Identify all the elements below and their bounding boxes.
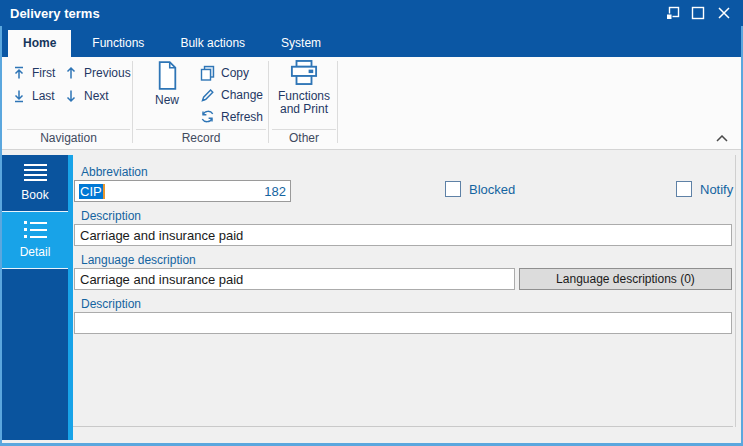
checkbox-box-icon	[676, 181, 692, 197]
window-title: Delivery terms	[0, 6, 100, 21]
record-counter: 182	[264, 184, 286, 199]
description-label: Description	[81, 209, 141, 223]
language-description-input[interactable]	[74, 268, 515, 290]
arrow-up-bar-icon	[12, 66, 26, 80]
blocked-checkbox[interactable]: Blocked	[445, 181, 515, 197]
tab-home[interactable]: Home	[8, 30, 71, 57]
copy-icon	[200, 65, 215, 81]
last-button[interactable]: Last	[12, 86, 55, 105]
new-button[interactable]: New	[144, 61, 190, 107]
abbreviation-field[interactable]: CIP 182	[74, 180, 291, 202]
copy-button[interactable]: Copy	[200, 63, 249, 82]
refresh-button[interactable]: Refresh	[200, 107, 263, 126]
ribbon-tabbar: Home Functions Bulk actions System	[0, 26, 743, 57]
previous-button[interactable]: Previous	[64, 63, 131, 82]
sidebar: Book Detail	[2, 155, 68, 440]
refresh-icon	[200, 109, 215, 124]
functions-and-print-button[interactable]: Functions and Print	[273, 59, 335, 116]
record-group-caption: Record	[136, 129, 266, 147]
tab-functions[interactable]: Functions	[77, 30, 159, 57]
description-input[interactable]	[74, 224, 732, 246]
new-label: New	[155, 94, 179, 107]
new-document-icon	[156, 61, 179, 90]
navigation-group-caption: Navigation	[7, 129, 130, 147]
other-group-caption: Other	[272, 129, 336, 147]
sidebar-item-book[interactable]: Book	[2, 155, 68, 212]
group-separator	[132, 61, 133, 143]
text-caret	[103, 184, 105, 199]
arrow-down-icon	[64, 89, 78, 103]
change-label: Change	[221, 88, 263, 102]
window-controls	[659, 0, 743, 26]
change-button[interactable]: Change	[200, 85, 263, 104]
checkbox-box-icon	[445, 181, 461, 197]
menu-icon	[24, 164, 47, 181]
group-separator	[268, 61, 269, 143]
abbreviation-label: Abbreviation	[81, 165, 148, 179]
notify-checkbox[interactable]: Notify	[676, 181, 733, 197]
maximize-icon[interactable]	[685, 0, 711, 26]
tab-system[interactable]: System	[266, 30, 336, 57]
delivery-terms-window: Delivery terms Home Functions Bulk actio…	[0, 0, 743, 446]
description2-input[interactable]	[74, 312, 732, 334]
language-descriptions-button[interactable]: Language descriptions (0)	[519, 268, 732, 290]
functions-and-print-label: Functions and Print	[273, 90, 335, 116]
printer-icon	[289, 59, 319, 86]
notify-label: Notify	[700, 182, 733, 197]
arrow-down-bar-icon	[12, 89, 26, 103]
last-label: Last	[32, 89, 55, 103]
collapse-ribbon-button[interactable]	[713, 131, 731, 145]
group-separator	[337, 61, 338, 143]
chevron-up-icon	[716, 135, 728, 142]
first-label: First	[32, 66, 55, 80]
titlebar: Delivery terms	[0, 0, 743, 26]
window-border	[0, 26, 2, 446]
sidebar-item-label: Detail	[20, 245, 51, 259]
restore-window-icon[interactable]	[659, 0, 685, 26]
previous-label: Previous	[84, 66, 131, 80]
blocked-label: Blocked	[469, 182, 515, 197]
next-label: Next	[84, 89, 109, 103]
detail-list-icon	[24, 221, 47, 238]
form-right-divider	[735, 155, 736, 427]
tab-bulk-actions[interactable]: Bulk actions	[165, 30, 260, 57]
ribbon: First Previous Last Next Navigation New …	[2, 57, 741, 150]
language-description-label: Language description	[81, 253, 196, 267]
sidebar-item-detail[interactable]: Detail	[2, 212, 68, 269]
pencil-icon	[200, 87, 215, 102]
copy-label: Copy	[221, 66, 249, 80]
arrow-up-icon	[64, 66, 78, 80]
close-icon[interactable]	[711, 0, 737, 26]
form-area: Abbreviation CIP 182 Blocked Notify Desc…	[73, 155, 733, 427]
first-button[interactable]: First	[12, 63, 55, 82]
next-button[interactable]: Next	[64, 86, 109, 105]
description2-label: Description	[81, 297, 141, 311]
abbreviation-selected-text: CIP	[79, 184, 103, 199]
sidebar-item-label: Book	[21, 188, 48, 202]
refresh-label: Refresh	[221, 110, 263, 124]
